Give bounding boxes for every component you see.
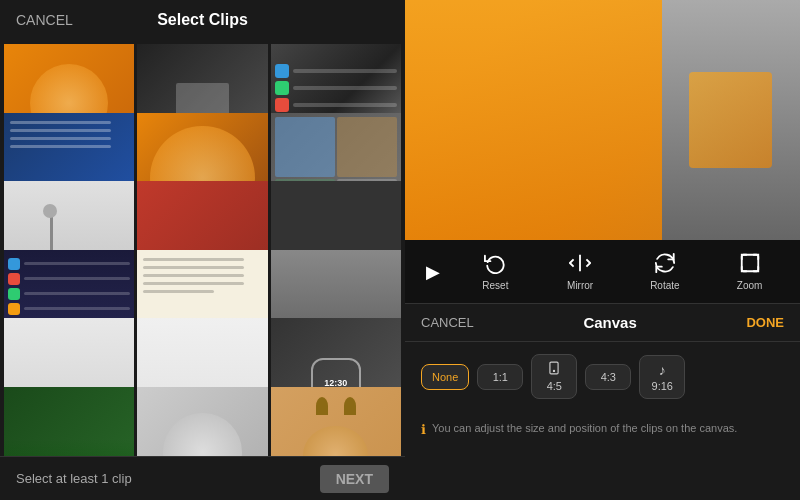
zoom-tool[interactable]: Zoom xyxy=(715,252,784,291)
rotate-tool[interactable]: Rotate xyxy=(631,252,700,291)
rotate-label: Rotate xyxy=(650,280,679,291)
canvas-cancel-button[interactable]: CANCEL xyxy=(421,315,474,330)
preview-area xyxy=(405,0,800,240)
hint-text: You can adjust the size and position of … xyxy=(432,421,737,436)
ratio-9-16-label: 9:16 xyxy=(652,380,673,392)
list-item[interactable] xyxy=(4,387,134,457)
ratio-4-5-button[interactable]: 4:5 xyxy=(531,354,577,399)
mirror-label: Mirror xyxy=(567,280,593,291)
clips-grid: 0:14 TikTok xyxy=(0,40,405,456)
zoom-icon xyxy=(739,252,761,277)
canvas-title: Canvas xyxy=(583,314,636,331)
ratio-4-5-icon xyxy=(547,361,561,378)
header: CANCEL Select Clips xyxy=(0,0,405,40)
footer: Select at least 1 clip NEXT xyxy=(0,456,405,500)
ratio-1-1-label: 1:1 xyxy=(493,371,508,383)
zoom-label: Zoom xyxy=(737,280,763,291)
ratio-none-label: None xyxy=(432,371,458,383)
select-hint: Select at least 1 clip xyxy=(16,471,132,486)
preview-image xyxy=(405,0,800,240)
reset-icon xyxy=(484,252,506,277)
reset-label: Reset xyxy=(482,280,508,291)
ratio-selector: None 1:1 4:5 4:3 ♪ 9:16 xyxy=(405,342,800,411)
ratio-4-5-label: 4:5 xyxy=(547,380,562,392)
hint-icon: ℹ xyxy=(421,422,426,437)
svg-point-3 xyxy=(554,370,555,371)
list-item[interactable] xyxy=(271,387,401,457)
canvas-done-button[interactable]: DONE xyxy=(746,315,784,330)
ratio-none-button[interactable]: None xyxy=(421,364,469,390)
rotate-icon xyxy=(654,252,676,277)
mirror-tool[interactable]: Mirror xyxy=(546,252,615,291)
mirror-icon xyxy=(569,252,591,277)
ratio-4-3-label: 4:3 xyxy=(601,371,616,383)
ratio-4-3-button[interactable]: 4:3 xyxy=(585,364,631,390)
play-button[interactable]: ▶ xyxy=(421,261,445,283)
ratio-1-1-button[interactable]: 1:1 xyxy=(477,364,523,390)
canvas-hint: ℹ You can adjust the size and position o… xyxy=(405,411,800,447)
ratio-9-16-button[interactable]: ♪ 9:16 xyxy=(639,355,685,399)
right-panel: ▶ Reset Mirror xyxy=(405,0,800,500)
preview-controls: ▶ Reset Mirror xyxy=(405,240,800,304)
left-panel: CANCEL Select Clips 0:14 xyxy=(0,0,405,500)
canvas-header: CANCEL Canvas DONE xyxy=(405,304,800,342)
svg-rect-1 xyxy=(741,255,758,272)
svg-rect-2 xyxy=(550,362,558,374)
next-button[interactable]: NEXT xyxy=(320,465,389,493)
page-title: Select Clips xyxy=(157,11,248,29)
canvas-section: CANCEL Canvas DONE None 1:1 4:5 xyxy=(405,304,800,500)
ratio-9-16-icon: ♪ xyxy=(659,362,666,378)
list-item[interactable] xyxy=(137,387,267,457)
cancel-button[interactable]: CANCEL xyxy=(16,12,73,28)
reset-tool[interactable]: Reset xyxy=(461,252,530,291)
